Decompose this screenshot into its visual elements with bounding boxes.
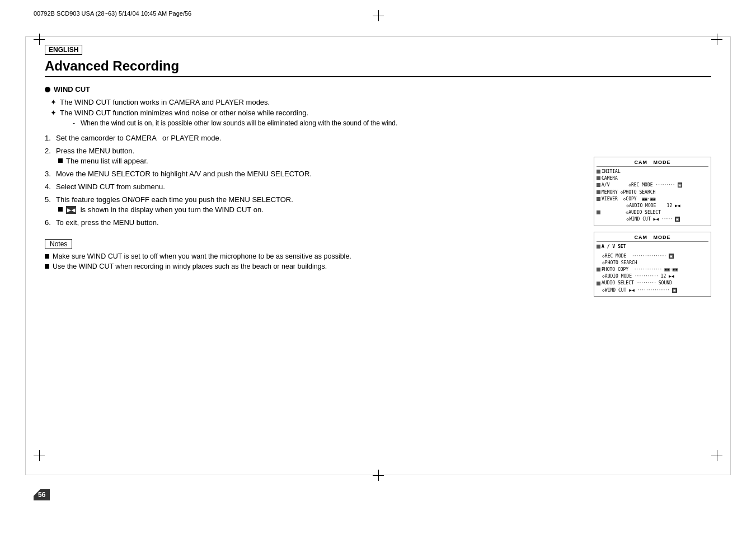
cam-icon-d2-6 <box>597 282 600 285</box>
cam-text-d2-4: PHOTO COPY ············· ▣▣·▣▣ <box>602 266 678 273</box>
bullet-circle-icon <box>45 87 50 92</box>
step-num-2: 2. <box>45 147 56 155</box>
bullet-item-2: ✦ The WIND CUT function minimizes wind n… <box>50 109 711 117</box>
diagrams-container: CAM MODE INITIAL CAMERA A/V ◇REC MODE ··… <box>594 157 711 297</box>
cam-row-d2-5: ◇AUDIO MODE ··········· 12 ▶◀ <box>597 273 708 279</box>
cam-text-d1-7: ◇AUDIO SELECT <box>602 209 661 216</box>
note-text-1: Make sure WIND CUT is set to off when yo… <box>53 252 351 260</box>
note-bullet-2 <box>45 264 49 269</box>
cam-icon-d1-4 <box>597 190 600 194</box>
english-badge: ENGLISH <box>45 45 82 55</box>
cam-text-d2-2: ◇REC MODE ················ ▣ <box>602 253 674 259</box>
step-num-4: 4. <box>45 182 56 191</box>
cam-icon-d1-2 <box>597 176 600 180</box>
cam-row-d2-1: A / V SET <box>597 243 708 250</box>
cam-row-d2-4: PHOTO COPY ············· ▣▣·▣▣ <box>597 266 708 273</box>
bullet-text-2: The WIND CUT function minimizes wind noi… <box>60 109 308 117</box>
cam-diagram-2-title: CAM MODE <box>597 235 708 242</box>
crosshair-center-top <box>373 10 384 21</box>
step-num-1: 1. <box>45 134 56 142</box>
page-container: 00792B SCD903 USA (28~63) 5/14/04 10:45 … <box>0 0 756 534</box>
crosshair-br <box>711 450 722 461</box>
cam-text-d2-3: ◇PHOTO SEARCH <box>602 260 637 266</box>
section-heading: WIND CUT <box>45 85 711 93</box>
bullet-item-1: ✦ The WIND CUT function works in CAMERA … <box>50 98 711 106</box>
note-bullet-1 <box>45 254 49 259</box>
step-content-6: To exit, press the MENU button. <box>56 218 159 227</box>
cam-icon-d1-3 <box>597 183 600 187</box>
notes-label: Notes <box>45 239 72 249</box>
border-right <box>730 36 731 475</box>
cam-row-d1-7: ◇AUDIO SELECT <box>597 209 708 216</box>
page-number: 56 <box>34 489 50 500</box>
cam-diagram-1-body: INITIAL CAMERA A/V ◇REC MODE ········· ▣… <box>597 168 708 223</box>
cam-text-d1-3: A/V ◇REC MODE ········· ▣ <box>602 182 682 188</box>
cam-diagram-1-title: CAM MODE <box>597 160 708 167</box>
cam-row-d2-2: ◇REC MODE ················ ▣ <box>597 253 708 259</box>
square-bullet-2 <box>58 158 63 163</box>
step-sub-5: ▶◀ is shown in the display when you turn… <box>58 205 293 214</box>
note-text-2: Use the WIND CUT when recording in windy… <box>53 263 327 270</box>
cam-row-d1-3: A/V ◇REC MODE ········· ▣ <box>597 182 708 188</box>
crosshair-tr <box>711 34 722 45</box>
step-num-3: 3. <box>45 170 56 178</box>
step-1: 1. Set the camcorder to CAMERA or PLAYER… <box>45 134 711 142</box>
cam-text-d1-6: ◇AUDIO MODE 12 ▶◀ <box>602 203 680 209</box>
cam-row-d2-7: ◇WIND CUT ▶◀ ··············· ▣ <box>597 287 708 293</box>
cam-row-d1-8: ◇WIND CUT ▶◀ ····· ▣ <box>597 216 708 222</box>
cam-diagram-2: CAM MODE A / V SET ◇REC MODE ···········… <box>594 232 711 297</box>
cam-text-d1-1: INITIAL <box>602 168 621 175</box>
border-left <box>25 36 26 475</box>
cam-text-d1-8: ◇WIND CUT ▶◀ ····· ▣ <box>602 216 680 222</box>
step-sub-text-2: The menu list will appear. <box>66 157 148 165</box>
sub-note-text: - When the wind cut is on, it is possibl… <box>73 119 397 127</box>
cam-icon-d2-4 <box>597 268 600 271</box>
main-content: ENGLISH Advanced Recording WIND CUT ✦ Th… <box>45 45 711 478</box>
cam-diagram-1: CAM MODE INITIAL CAMERA A/V ◇REC MODE ··… <box>594 157 711 226</box>
cam-icon-d1-5 <box>597 197 600 201</box>
cross-symbol-2: ✦ <box>50 109 57 117</box>
border-top <box>25 36 731 37</box>
section-heading-text: WIND CUT <box>54 85 90 93</box>
step-content-4: Select WIND CUT from submenu. <box>56 182 165 191</box>
cam-text-d2-7: ◇WIND CUT ▶◀ ··············· ▣ <box>602 287 677 293</box>
bullet-text-1: The WIND CUT function works in CAMERA an… <box>60 98 270 106</box>
cam-row-d1-1: INITIAL <box>597 168 708 175</box>
step-sub-text-5: ▶◀ is shown in the display when you turn… <box>66 205 264 214</box>
square-bullet-5 <box>58 207 63 212</box>
crosshair-tl <box>34 34 45 45</box>
sub-note: - When the wind cut is on, it is possibl… <box>73 119 711 127</box>
cam-row-d1-4: MEMORY ◇PHOTO SEARCH <box>597 189 708 195</box>
page-title: Advanced Recording <box>45 58 711 77</box>
step-content-1: Set the camcorder to CAMERA or PLAYER mo… <box>56 134 221 142</box>
cam-text-d2-1: A / V SET <box>602 243 626 250</box>
cam-row-d2-space <box>597 250 708 252</box>
cam-text-d2-6: AUDIO SELECT ········· SOUND <box>602 280 672 286</box>
cam-icon-d2-1 <box>597 245 600 249</box>
cam-icon-d1-1 <box>597 170 600 174</box>
step-sub-2: The menu list will appear. <box>58 157 148 165</box>
file-info-text: 00792B SCD903 USA (28~63) 5/14/04 10:45 … <box>34 10 191 17</box>
step-num-5: 5. <box>45 195 56 204</box>
step-num-6: 6. <box>45 218 56 227</box>
cam-row-d2-3: ◇PHOTO SEARCH <box>597 260 708 266</box>
cam-row-d2-6: AUDIO SELECT ········· SOUND <box>597 280 708 286</box>
cam-row-d1-2: CAMERA <box>597 175 708 181</box>
cross-symbol-1: ✦ <box>50 98 57 106</box>
cam-diagram-2-body: A / V SET ◇REC MODE ················ ▣ ◇… <box>597 243 708 293</box>
step-content-2: Press the MENU button. <box>56 147 148 155</box>
cam-text-d1-2: CAMERA <box>602 175 618 181</box>
step-content-3: Move the MENU SELECTOR to highlight A/V … <box>56 170 312 178</box>
cam-icon-d1-7 <box>597 210 600 214</box>
cam-text-d1-5: VIEWER ◇COPY ▣▣·▣▣ <box>602 196 655 202</box>
crosshair-bl <box>34 450 45 461</box>
cam-text-d1-4: MEMORY ◇PHOTO SEARCH <box>602 189 655 195</box>
bracket-icon: ▶◀ <box>66 206 76 214</box>
cam-row-d1-5: VIEWER ◇COPY ▣▣·▣▣ <box>597 196 708 202</box>
cam-text-d2-5: ◇AUDIO MODE ··········· 12 ▶◀ <box>602 273 674 279</box>
cam-row-d1-6: ◇AUDIO MODE 12 ▶◀ <box>597 203 708 209</box>
step-content-5: This feature toggles ON/OFF each time yo… <box>56 195 293 204</box>
file-header: 00792B SCD903 USA (28~63) 5/14/04 10:45 … <box>34 10 191 17</box>
